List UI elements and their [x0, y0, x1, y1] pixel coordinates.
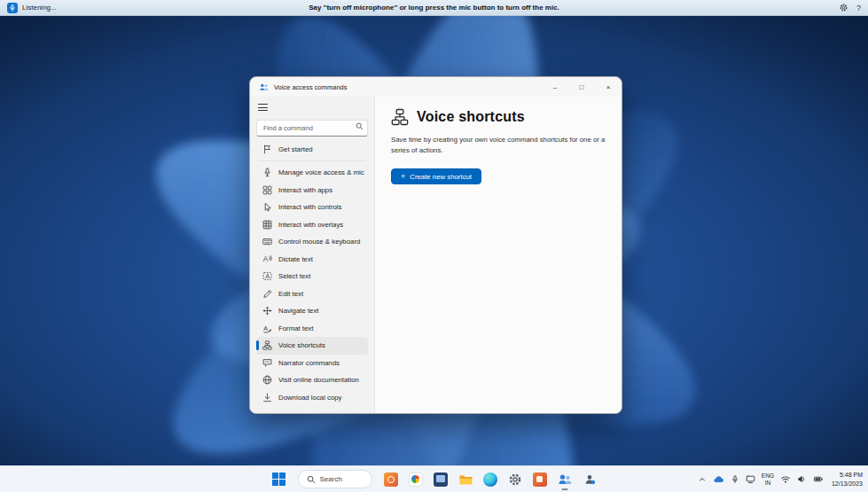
tray-microphone-icon[interactable]: [731, 475, 739, 484]
voice-access-app-icon: [259, 82, 269, 92]
settings-gear-icon[interactable]: [504, 469, 526, 490]
svg-text:A: A: [262, 255, 268, 263]
paint-app-icon[interactable]: [405, 469, 426, 490]
active-app-indicator: [561, 488, 567, 490]
page-header: Voice shortcuts: [391, 108, 609, 126]
start-button[interactable]: [269, 469, 290, 490]
keyboard-icon: [262, 237, 272, 246]
sidebar-item-narrator-commands[interactable]: Narrator commands: [256, 355, 368, 372]
narrator-icon: [262, 358, 272, 368]
voice-shortcuts-icon: [262, 340, 272, 350]
menu-icon[interactable]: [258, 104, 272, 112]
dictate-icon: A: [262, 254, 272, 264]
commands-sidebar: Get started Manage voice access & mic In…: [250, 97, 374, 413]
voicebar-actions: ?: [692, 3, 861, 12]
create-new-shortcut-button[interactable]: + Create new shortcut: [391, 168, 481, 184]
display-icon[interactable]: [746, 474, 755, 484]
taskbar-center: Search: [269, 469, 600, 490]
sidebar-item-get-started[interactable]: Get started: [256, 141, 368, 159]
sidebar-item-label: Format text: [278, 324, 313, 332]
language-indicator[interactable]: ENG IN: [762, 472, 774, 486]
taskbar: Search: [0, 465, 868, 492]
language-bottom: IN: [765, 480, 771, 486]
taskbar-search[interactable]: Search: [298, 470, 372, 488]
sidebar-item-voice-shortcuts[interactable]: Voice shortcuts: [256, 337, 368, 355]
overlay-grid-icon: [262, 220, 272, 230]
sidebar-item-control-mouse-keyboard[interactable]: Control mouse & keyboard: [256, 233, 368, 251]
sidebar-item-label: Interact with apps: [278, 186, 332, 194]
screen: Listening... Say "turn off microphone" o…: [0, 0, 868, 492]
page-description: Save time by creating your own voice com…: [391, 135, 609, 155]
select-text-icon: A: [262, 271, 272, 281]
gear-icon[interactable]: [839, 3, 848, 12]
clock-date: 12/13/2023: [832, 480, 863, 488]
account-app-icon[interactable]: [579, 469, 600, 490]
help-icon[interactable]: ?: [856, 4, 861, 12]
globe-icon: [262, 375, 272, 385]
sidebar-item-manage-voice-access[interactable]: Manage voice access & mic: [256, 164, 368, 182]
mic-icon: [262, 168, 272, 177]
sidebar-item-interact-with-overlays[interactable]: Interact with overlays: [256, 216, 368, 234]
desktop: Voice access commands – □ ×: [0, 16, 868, 465]
edit-pencil-icon: [262, 289, 272, 299]
svg-text:A: A: [262, 324, 268, 332]
voice-access-bar: Listening... Say "turn off microphone" o…: [0, 0, 868, 16]
apps-grid-icon: [262, 185, 272, 195]
clock-time: 5:48 PM: [840, 471, 863, 479]
sidebar-item-interact-with-apps[interactable]: Interact with apps: [256, 182, 368, 199]
command-search: [256, 118, 368, 135]
sidebar-item-format-text[interactable]: A Format text: [256, 320, 368, 338]
sidebar-nav: Get started Manage voice access & mic In…: [256, 141, 368, 372]
sidebar-item-dictate-text[interactable]: A Dictate text: [256, 251, 368, 269]
page-title: Voice shortcuts: [417, 109, 525, 125]
close-button[interactable]: ×: [595, 77, 622, 97]
edge-browser-icon[interactable]: [480, 469, 501, 490]
voice-access-app-icon[interactable]: [554, 469, 575, 490]
search-input[interactable]: [256, 120, 368, 137]
wifi-icon[interactable]: [780, 474, 791, 484]
sidebar-item-edit-text[interactable]: Edit text: [256, 285, 368, 303]
maximize-button[interactable]: □: [568, 77, 595, 97]
sidebar-item-label: Get started: [278, 145, 313, 153]
sidebar-item-label: Interact with overlays: [278, 221, 343, 229]
voice-shortcuts-icon: [391, 108, 409, 126]
window-titlebar[interactable]: Voice access commands – □ ×: [250, 77, 622, 97]
voice-hint-text: Say "turn off microphone" or long press …: [176, 4, 692, 12]
sidebar-item-label: Edit text: [278, 290, 303, 298]
sidebar-item-interact-with-controls[interactable]: Interact with controls: [256, 199, 368, 216]
taskbar-search-label: Search: [320, 475, 342, 483]
window-title: Voice access commands: [274, 83, 348, 91]
volume-icon[interactable]: [797, 474, 807, 484]
sidebar-item-label: Select text: [278, 272, 310, 280]
cursor-icon: [262, 202, 272, 212]
microphone-icon[interactable]: [7, 3, 18, 13]
window-body: Get started Manage voice access & mic In…: [250, 97, 622, 413]
sidebar-item-label: Visit online documentation: [278, 376, 359, 384]
minimize-button[interactable]: –: [542, 77, 568, 97]
file-explorer-icon[interactable]: [455, 469, 476, 490]
sidebar-item-label: Voice shortcuts: [278, 341, 325, 349]
language-top: ENG: [762, 472, 774, 479]
photos-app-icon[interactable]: [380, 469, 402, 490]
flag-icon: [262, 144, 272, 154]
sidebar-item-label: Navigate text: [278, 307, 319, 315]
sidebar-item-label: Narrator commands: [278, 359, 340, 367]
sidebar-item-navigate-text[interactable]: Navigate text: [256, 302, 368, 320]
chevron-up-icon[interactable]: [698, 475, 707, 484]
monitor-app-icon[interactable]: [430, 469, 451, 490]
battery-icon[interactable]: [813, 474, 824, 484]
svg-text:A: A: [265, 273, 270, 279]
sidebar-item-label: Dictate text: [278, 255, 313, 263]
sidebar-item-download-local-copy[interactable]: Download local copy: [256, 389, 368, 407]
create-new-shortcut-label: Create new shortcut: [410, 173, 472, 181]
sidebar-footer: Visit online documentation Download loca…: [256, 371, 368, 408]
search-icon: [307, 475, 316, 484]
clock[interactable]: 5:48 PM 12/13/2023: [832, 471, 863, 487]
store-app-icon[interactable]: [529, 469, 551, 490]
onedrive-cloud-icon[interactable]: [713, 474, 724, 484]
caption-controls: – □ ×: [542, 77, 622, 97]
format-text-icon: A: [262, 324, 272, 333]
sidebar-item-label: Download local copy: [278, 394, 342, 402]
sidebar-item-select-text[interactable]: A Select text: [256, 268, 368, 285]
sidebar-item-visit-online-documentation[interactable]: Visit online documentation: [256, 371, 368, 389]
